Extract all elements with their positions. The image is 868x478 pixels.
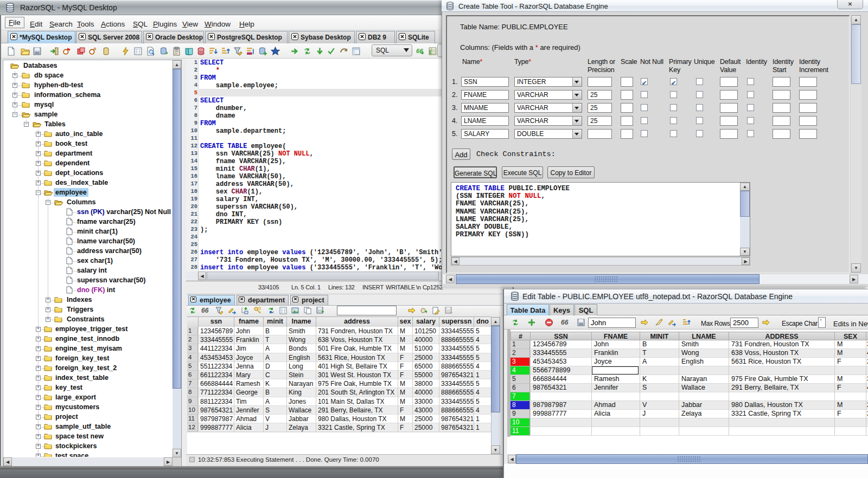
svg-text:66: 66: [561, 319, 569, 326]
svg-text:66: 66: [201, 307, 209, 314]
